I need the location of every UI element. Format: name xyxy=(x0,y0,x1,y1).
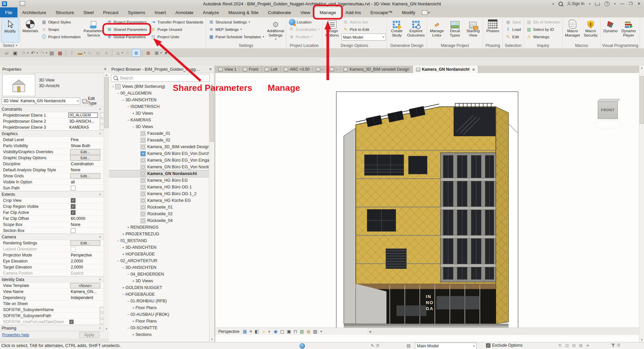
crop-region[interactable]: IN NO GA xyxy=(336,92,518,330)
property-value[interactable]: 2,0000 xyxy=(70,259,101,264)
structural-settings-button[interactable]: ⊞Structural Settings▾ xyxy=(207,18,265,25)
switch-windows-icon[interactable]: ⊞ xyxy=(153,49,161,56)
transfer-project-standards-button[interactable]: ⇥Transfer Project Standards xyxy=(149,18,205,25)
property-value[interactable]: ✓ xyxy=(70,204,101,209)
aligned-dimension-icon[interactable]: ▬ xyxy=(76,49,84,56)
ribbon-tab-structure[interactable]: Structure xyxy=(51,7,79,17)
collapse-icon[interactable]: « xyxy=(99,236,102,238)
tree-expander[interactable]: − xyxy=(126,326,130,330)
ribbon-tab-systems[interactable]: Systems xyxy=(123,7,150,17)
tree-item-hofgebäude[interactable]: −HOFGEBÄUDE xyxy=(109,291,209,298)
property-value[interactable]: KAMERAS xyxy=(68,125,99,130)
property-value[interactable]: 2,0000 xyxy=(70,265,101,270)
project-browser-header[interactable]: Project Browser - BIM_Projekt_Golden_Nug… xyxy=(109,66,214,73)
property-value[interactable]: ✓ xyxy=(70,210,101,215)
edit-button[interactable]: Edit... xyxy=(70,173,100,179)
displace-elements-icon[interactable]: + xyxy=(320,329,323,334)
close-icon[interactable]: ✕ xyxy=(472,68,475,71)
browser-scrollbar[interactable]: ▲ ▼ xyxy=(209,83,214,342)
panel-label-settings[interactable]: Settings xyxy=(206,43,286,48)
detail-level-icon[interactable]: ≡ xyxy=(250,329,252,334)
property-value[interactable]: Coordination xyxy=(70,162,101,166)
tree-expander[interactable]: − xyxy=(121,98,125,102)
ribbon-tab-manage[interactable]: Manage xyxy=(315,7,341,17)
tree-item-kamera-hg-küche-eg[interactable]: Kamera_HG Küche EG xyxy=(109,197,209,204)
reveal-hidden-elements-icon[interactable]: ◍ xyxy=(307,329,310,334)
tree-expander[interactable]: + xyxy=(121,286,125,290)
tree-expander[interactable]: + xyxy=(126,225,130,229)
horizontal-scrollbar[interactable]: ◀ xyxy=(367,328,639,335)
property-value[interactable]: Edit... xyxy=(70,155,101,161)
browser-search-input[interactable]: Search xyxy=(111,74,210,82)
default-3d-view-icon[interactable]: ⌂ xyxy=(114,49,122,56)
viewcube-front-face[interactable]: FRONT xyxy=(598,101,618,119)
tree-expander[interactable]: + xyxy=(121,252,125,256)
panel-label-select[interactable]: Select▾ xyxy=(0,43,20,48)
ribbon-tab-insert[interactable]: Insert xyxy=(150,7,171,17)
section-header-constraints[interactable]: Constraints« xyxy=(0,106,104,112)
view-tab-kamera-3d-bim-veredelt-design[interactable]: Kamera_3D_BIM veredelt Design xyxy=(340,66,413,73)
sun-path-icon[interactable]: ☼ xyxy=(262,329,266,334)
manage-links-button[interactable]: ∞Manage Links xyxy=(428,18,445,43)
location-button[interactable]: Location xyxy=(287,18,321,25)
tree-expander[interactable]: − xyxy=(111,84,115,89)
exclude-options-checkbox[interactable]: ✓ Exclude Options xyxy=(485,343,523,348)
tree-item-kamera-gn-büro-eg-von-eingang[interactable]: Kamera_GN Büro EG_Von Eingang xyxy=(109,157,209,164)
view-tab-[interactable]: - xyxy=(327,66,340,73)
ribbon-tab-precast[interactable]: Precast xyxy=(98,7,123,17)
property-value[interactable]: Perspective xyxy=(70,253,101,257)
property-value[interactable]: Independent xyxy=(70,295,101,300)
property-value[interactable]: Explicit xyxy=(70,271,101,276)
help-icon[interactable]: ? xyxy=(604,1,609,6)
tree-item-kameras[interactable]: −KAMERAS xyxy=(109,117,209,123)
sign-in-dropdown-icon[interactable]: ▾ xyxy=(589,2,590,5)
ribbon-tab-annotate[interactable]: Annotate xyxy=(171,7,198,17)
checkbox-icon[interactable]: ✓ xyxy=(71,198,75,203)
property-value[interactable]: <None> xyxy=(70,283,101,288)
tree-item-3d-ansichten[interactable]: −3D-ANSICHTEN xyxy=(109,97,209,103)
save-button[interactable]: ▣Save xyxy=(504,18,522,25)
additional-settings-button[interactable]: ⚙Additional Settings▾ xyxy=(266,18,285,43)
dynamo-button[interactable]: Dynamo xyxy=(602,18,619,43)
view-tab-left[interactable]: Left xyxy=(262,66,281,73)
tree-expander[interactable]: − xyxy=(126,105,130,109)
edit-button[interactable]: Edit... xyxy=(70,149,100,155)
worksets-icon[interactable]: ▤ xyxy=(407,343,411,348)
tree-expander[interactable]: + xyxy=(131,111,136,115)
ribbon-tab-enscape[interactable]: Enscape™ xyxy=(366,7,397,17)
property-value[interactable]: all xyxy=(70,180,101,184)
load-button[interactable]: ⇩Load xyxy=(504,26,522,33)
tree-expander[interactable]: + xyxy=(131,333,136,337)
checkbox-icon[interactable] xyxy=(71,228,75,233)
search-icon[interactable] xyxy=(558,2,563,6)
edit-type-button[interactable]: Edit Type xyxy=(82,96,104,106)
tree-expander[interactable]: − xyxy=(126,299,130,303)
section-header-phasing[interactable]: Phasing« xyxy=(0,325,104,331)
panel-label-design-options[interactable]: Design Options xyxy=(322,43,387,48)
modify-button[interactable]: Modify xyxy=(1,18,19,43)
panel-label-manage-project[interactable]: Manage Project xyxy=(427,43,483,48)
visual-style-icon[interactable]: ◧ xyxy=(255,329,259,334)
tree-item-golden-nugget[interactable]: +GOLDEN NUGGET xyxy=(109,284,209,291)
customize-qat-icon[interactable]: ▾ xyxy=(162,49,170,56)
select-underlay-icon[interactable]: ⊡ xyxy=(565,343,569,348)
tree-item-projektbezug[interactable]: +PROJEKTBEZUG xyxy=(109,231,209,237)
coordinates-button[interactable]: ⇱Coordinates▾ xyxy=(287,26,321,33)
tree-item-sections[interactable]: +Sections xyxy=(109,331,209,338)
tree-item-kamera-3d-bim-veredelt-design[interactable]: Kamera_3D_BIM veredelt Design xyxy=(109,143,209,150)
store-cart-icon[interactable] xyxy=(595,2,600,5)
parameters-service-button[interactable]: Parameters Service xyxy=(83,18,104,43)
view-tab-kamera-gn-nordansicht[interactable]: Kamera_GN Nordansicht✕ xyxy=(413,66,478,73)
explore-outcomes-button[interactable]: Explore Outcomes xyxy=(406,18,426,43)
tree-item-03-schnitte[interactable]: −03-SCHNITTE xyxy=(109,325,209,331)
open-icon[interactable]: ▱ xyxy=(3,49,11,56)
project-information-button[interactable]: ⓘProject Information xyxy=(40,33,82,40)
print-icon[interactable]: ▤ xyxy=(48,49,56,56)
viewcube-compass[interactable] xyxy=(594,120,623,129)
redo-icon[interactable]: ↷ xyxy=(38,49,46,56)
type-thumbnail[interactable] xyxy=(2,74,35,96)
view-tab-[interactable]: - xyxy=(313,66,327,73)
drawing-area[interactable]: IN NO GA FRONT Perspective ▦≡◧☼◐◉▢▣⊓▥◍▧+… xyxy=(215,73,639,335)
property-value[interactable]: 00_ALLGEM xyxy=(68,113,99,118)
checkbox-icon[interactable]: ✓ xyxy=(69,319,74,324)
